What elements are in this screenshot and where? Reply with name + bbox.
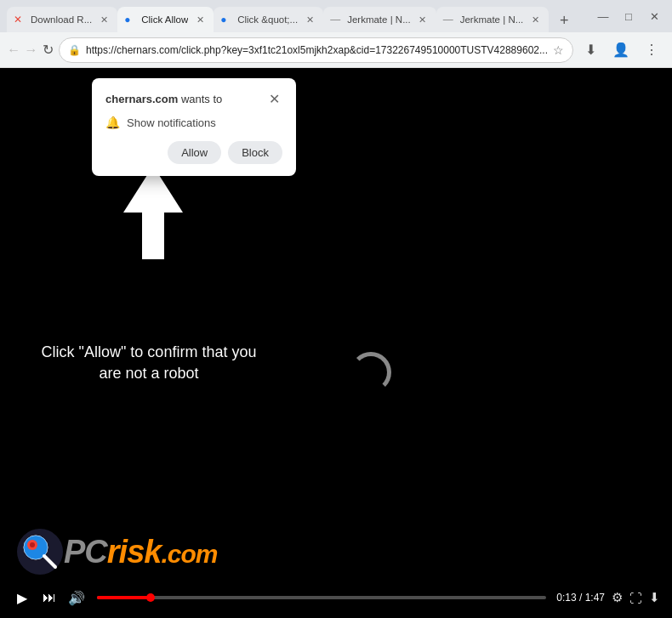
notification-popup: chernars.com wants to ✕ 🔔 Show notificat… <box>92 78 296 176</box>
video-time: 0:13 / 1:47 <box>556 592 605 604</box>
progress-bar[interactable] <box>97 596 546 599</box>
back-button[interactable]: ← <box>7 37 20 64</box>
skip-button[interactable]: ⏭ <box>39 587 60 608</box>
tab-3-title: Click &quot;... <box>237 14 298 25</box>
arrow-container <box>123 166 183 259</box>
instruction-text: Click "Allow" to confirm that you are no… <box>38 342 259 384</box>
new-tab-button[interactable]: + <box>552 9 576 32</box>
tab-5-title: Jerkmate | N... <box>460 14 524 25</box>
pcrisk-pc-text: PC <box>64 534 107 570</box>
tab-2-close[interactable]: ✕ <box>193 13 207 26</box>
address-text: https://chernars.com/click.php?key=3xf1t… <box>86 44 548 56</box>
tab-4-close[interactable]: ✕ <box>416 13 430 26</box>
progress-dot <box>146 593 155 602</box>
forward-button[interactable]: → <box>24 37 37 64</box>
bookmark-icon[interactable]: ☆ <box>553 43 564 57</box>
download-button[interactable]: ⬇ <box>577 37 604 64</box>
profile-button[interactable]: 👤 <box>607 37 635 64</box>
tab-1-favicon: ✕ <box>14 14 26 26</box>
tab-4-title: Jerkmate | N... <box>347 14 411 25</box>
minimize-button[interactable]: — <box>592 8 614 25</box>
video-controls-right: ⚙ ⛶ ⬇ <box>612 590 660 605</box>
tab-5[interactable]: — Jerkmate | N... ✕ <box>436 7 550 32</box>
refresh-button[interactable]: ↻ <box>42 37 55 64</box>
video-download-icon[interactable]: ⬇ <box>649 590 660 605</box>
tab-3-favicon: ● <box>220 14 232 26</box>
popup-title: chernars.com wants to <box>105 93 222 105</box>
address-bar[interactable]: 🔒 https://chernars.com/click.php?key=3xf… <box>59 37 573 63</box>
tab-3[interactable]: ● Click &quot;... ✕ <box>214 7 323 32</box>
tab-1[interactable]: ✕ Download R... ✕ <box>7 7 117 32</box>
close-window-button[interactable]: ✕ <box>643 8 665 25</box>
pcrisk-text: PCrisk.com <box>64 534 217 570</box>
lock-icon: 🔒 <box>68 44 81 56</box>
popup-actions: Allow Block <box>105 141 282 164</box>
popup-header: chernars.com wants to ✕ <box>105 90 282 107</box>
block-button[interactable]: Block <box>228 141 282 164</box>
svg-marker-0 <box>123 166 183 259</box>
window-controls: — □ ✕ <box>592 8 665 25</box>
page-content: chernars.com wants to ✕ 🔔 Show notificat… <box>0 68 672 618</box>
pcrisk-icon <box>17 529 64 575</box>
popup-close-button[interactable]: ✕ <box>265 90 282 107</box>
svg-point-5 <box>30 542 35 547</box>
tab-4-favicon: — <box>330 14 342 26</box>
maximize-button[interactable]: □ <box>618 8 640 25</box>
popup-domain: chernars.com <box>105 93 178 105</box>
tab-1-close[interactable]: ✕ <box>97 13 111 26</box>
tab-2-favicon: ● <box>124 14 136 26</box>
tab-4[interactable]: — Jerkmate | N... ✕ <box>323 7 436 32</box>
settings-icon[interactable]: ⚙ <box>612 590 623 605</box>
tab-strip: ✕ Download R... ✕ ● Click Allow ✕ ● Clic… <box>7 0 585 32</box>
pcrisk-logo: PCrisk.com <box>17 529 217 575</box>
bell-icon: 🔔 <box>105 116 120 129</box>
popup-body: 🔔 Show notifications <box>105 116 282 129</box>
arrow-up-icon <box>123 166 183 259</box>
toolbar-right: ⬇ 👤 ⋮ <box>577 37 665 64</box>
tab-5-favicon: — <box>443 14 455 26</box>
progress-fill <box>97 596 151 599</box>
volume-button[interactable]: 🔊 <box>66 587 87 608</box>
video-controls: ▶ ⏭ 🔊 0:13 / 1:47 ⚙ ⛶ ⬇ <box>0 577 672 618</box>
popup-notification-text: Show notifications <box>127 116 216 129</box>
tab-2[interactable]: ● Click Allow ✕ <box>117 7 214 32</box>
fullscreen-icon[interactable]: ⛶ <box>629 591 642 605</box>
pcrisk-risk-text: risk <box>107 534 162 570</box>
pcrisk-dotcom-text: .com <box>161 540 217 568</box>
loading-spinner <box>350 352 391 393</box>
menu-button[interactable]: ⋮ <box>638 37 665 64</box>
tab-2-title: Click Allow <box>141 14 188 25</box>
title-bar: ✕ Download R... ✕ ● Click Allow ✕ ● Clic… <box>0 0 672 32</box>
toolbar: ← → ↻ 🔒 https://chernars.com/click.php?k… <box>0 32 672 68</box>
tab-1-title: Download R... <box>31 14 92 25</box>
play-button[interactable]: ▶ <box>12 587 32 608</box>
allow-button[interactable]: Allow <box>168 141 221 164</box>
tab-3-close[interactable]: ✕ <box>303 13 316 26</box>
tab-5-close[interactable]: ✕ <box>528 13 542 26</box>
browser-window: ✕ Download R... ✕ ● Click Allow ✕ ● Clic… <box>0 0 672 618</box>
